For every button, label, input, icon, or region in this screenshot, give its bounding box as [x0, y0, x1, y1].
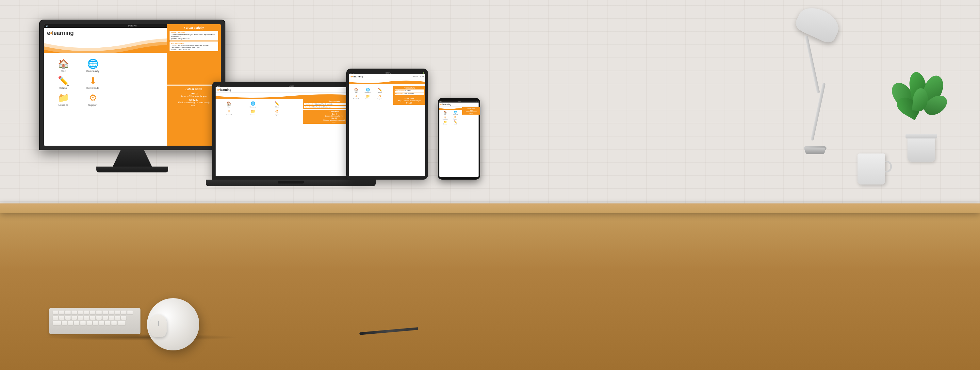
- phone-lessons-icon: 📁: [440, 121, 450, 124]
- key[interactable]: [87, 321, 92, 325]
- key[interactable]: [68, 321, 73, 325]
- tablet-nav-lessons[interactable]: 📁 Lessons: [362, 94, 374, 100]
- key[interactable]: [115, 311, 120, 314]
- tablet-downloads-label: Downloads: [353, 98, 360, 100]
- phone-nav: 🏠 Start 🌐 Community ⬇ Downloads ⚙: [439, 110, 461, 126]
- news-more[interactable]: more...: [170, 105, 218, 106]
- tablet-nav-downloads[interactable]: ⬇ Downloads: [350, 94, 362, 100]
- laptop-start-label: Start: [228, 106, 230, 108]
- key[interactable]: [80, 321, 86, 325]
- key[interactable]: [103, 311, 108, 314]
- forum-title: Forum activity: [170, 26, 218, 29]
- nav-start[interactable]: 🏠 Start: [49, 59, 78, 73]
- laptop-nav-school[interactable]: ✏️ School: [265, 101, 289, 108]
- tablet-right-panel: Forum activity Peter Gonzales Hi buddies…: [393, 86, 425, 102]
- laptop-base: [206, 179, 375, 186]
- nav-downloads[interactable]: ⬇ Downloads: [78, 76, 108, 89]
- nav-school[interactable]: ✏️ School: [49, 76, 78, 89]
- laptop-header: e•learning Welcome. Log out: [216, 87, 366, 93]
- laptop-nav-start[interactable]: 🏠 Start: [217, 101, 241, 108]
- pen: [360, 327, 418, 335]
- key[interactable]: [99, 321, 104, 325]
- tablet-nav-start[interactable]: 🏠 Start: [350, 87, 362, 94]
- tablet-logout[interactable]: Log out: [419, 76, 424, 78]
- laptop-nav-support[interactable]: ⚙ Support: [265, 108, 289, 116]
- key[interactable]: [74, 321, 80, 325]
- key[interactable]: [78, 316, 83, 320]
- key[interactable]: [65, 316, 70, 320]
- phone-nav-downloads[interactable]: ⬇ Downloads: [440, 115, 450, 120]
- key[interactable]: [72, 316, 77, 320]
- tablet-news-2: Dec, 27: [395, 102, 424, 104]
- phone-nav-school[interactable]: ✏️ School: [450, 120, 460, 125]
- laptop-support-label: Support: [275, 114, 279, 116]
- key[interactable]: [90, 316, 95, 320]
- news-item-2: Dec, 27 Platform redesign is now ready: [170, 98, 218, 103]
- key[interactable]: [59, 311, 64, 314]
- key[interactable]: [90, 311, 95, 314]
- tablet-nav-support[interactable]: ⚙ Support: [374, 94, 385, 100]
- phone-logo: e•learning: [440, 103, 452, 105]
- laptop-lessons-icon: 📁: [242, 109, 265, 114]
- phone-news-title: Latest news: [463, 108, 479, 110]
- tablet-news-panel: Latest news Jan, 2 Lesson 5 is ready for…: [393, 96, 425, 105]
- status-icon: 🔊: [46, 25, 48, 27]
- laptop-screen-content: ◀ 4G 14:59 PM 🔋 e•learning Welcome. Log …: [216, 85, 366, 176]
- nav-support[interactable]: ⚙ Support: [78, 94, 108, 106]
- phone-nav-start[interactable]: 🏠 Start: [440, 110, 450, 115]
- key[interactable]: [65, 311, 70, 314]
- tablet-nav-school[interactable]: ✏️ School: [374, 87, 385, 94]
- key[interactable]: [72, 311, 77, 314]
- laptop-lessons-label: Lessons: [251, 114, 255, 116]
- monitor-base: [96, 167, 168, 172]
- laptop-logo: e•learning: [217, 88, 231, 91]
- laptop-nav-community[interactable]: 🌐 Community: [241, 101, 265, 108]
- mouse[interactable]: [150, 314, 167, 337]
- laptop-nav-downloads[interactable]: ⬇ Downloads: [217, 108, 241, 116]
- key[interactable]: [53, 321, 61, 325]
- tablet-nav-community[interactable]: 🌐 Community: [362, 87, 374, 94]
- nav-lessons[interactable]: 📁 Lessons: [49, 94, 78, 106]
- laptop-nav-lessons[interactable]: 📁 Lessons: [241, 108, 265, 116]
- laptop-support-icon: ⚙: [266, 109, 288, 114]
- key[interactable]: [115, 316, 120, 320]
- tablet-body: 🏠 Start 🌐 Community ✏️ School: [349, 86, 425, 102]
- key[interactable]: [78, 311, 83, 314]
- post-text-1: "Hi buddies! What do you think about my …: [171, 33, 215, 38]
- tablet-forum-panel: Forum activity Peter Gonzales Hi buddies…: [393, 86, 425, 96]
- lessons-label: Lessons: [49, 103, 78, 106]
- key[interactable]: [121, 311, 126, 314]
- key[interactable]: [84, 311, 89, 314]
- key[interactable]: [111, 321, 117, 325]
- key[interactable]: [103, 316, 108, 320]
- phone-nav-support[interactable]: ⚙ Support: [450, 115, 460, 120]
- key[interactable]: [109, 311, 114, 314]
- tablet-lessons-icon: 📁: [363, 94, 373, 98]
- monitor-screen: 🔊 14:59 PM 🔋 e•learning Welcome, Log out: [44, 24, 221, 146]
- laptop-post-text-1: Hi buddies! What do you think...: [315, 103, 333, 105]
- laptop-screen: ◀ 4G 14:59 PM 🔋 e•learning Welcome. Log …: [216, 85, 366, 176]
- key[interactable]: [105, 321, 110, 325]
- nav-community[interactable]: 🌐 Community: [78, 59, 108, 73]
- desktop-monitor: 🔊 14:59 PM 🔋 e•learning Welcome, Log out: [39, 20, 225, 172]
- key[interactable]: [84, 316, 89, 320]
- phone-time: 14:59: [458, 101, 461, 102]
- downloads-label: Downloads: [78, 87, 108, 89]
- key[interactable]: [53, 316, 58, 320]
- tablet-post-2: Rachel Smith I don't understand...: [395, 92, 424, 95]
- key[interactable]: [127, 311, 133, 314]
- phone-nav-lessons[interactable]: 📁 Lessons: [440, 120, 450, 125]
- key[interactable]: [53, 311, 58, 314]
- key[interactable]: [118, 321, 126, 325]
- key[interactable]: [93, 321, 98, 325]
- plant-pot-rim: [905, 134, 937, 138]
- key[interactable]: [96, 316, 102, 320]
- key[interactable]: [62, 321, 67, 325]
- keyboard[interactable]: [49, 308, 140, 334]
- key[interactable]: [96, 311, 102, 314]
- key[interactable]: [121, 316, 126, 320]
- key[interactable]: [59, 316, 64, 320]
- phone-nav-community[interactable]: 🌐 Community: [450, 110, 460, 115]
- laptop-downloads-icon: ⬇: [218, 109, 240, 114]
- key[interactable]: [109, 316, 114, 320]
